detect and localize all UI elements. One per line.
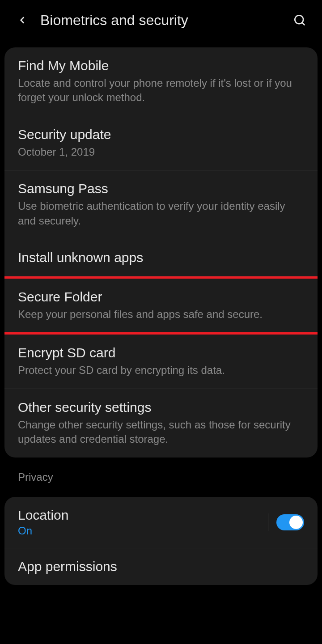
setting-app-permissions[interactable]: App permissions <box>4 548 318 585</box>
privacy-settings-card: Location On App permissions <box>4 497 318 585</box>
header: Biometrics and security <box>0 0 322 40</box>
setting-desc: Use biometric authentication to verify y… <box>18 199 304 228</box>
setting-location[interactable]: Location On <box>4 497 318 548</box>
divider <box>268 513 268 531</box>
setting-title: Secure Folder <box>18 289 304 305</box>
setting-title: Encrypt SD card <box>18 345 304 360</box>
setting-desc: Locate and control your phone remotely i… <box>18 76 304 105</box>
svg-point-0 <box>295 15 303 24</box>
setting-other-security[interactable]: Other security settings Change other sec… <box>4 389 318 458</box>
location-toggle[interactable] <box>276 514 304 530</box>
search-button[interactable] <box>291 11 309 29</box>
section-label-privacy: Privacy <box>0 458 322 490</box>
setting-title: Security update <box>18 127 304 142</box>
setting-secure-folder[interactable]: Secure Folder Keep your personal files a… <box>4 276 318 335</box>
setting-status: On <box>18 525 260 537</box>
setting-desc: Keep your personal files and apps safe a… <box>18 307 304 322</box>
setting-title: Install unknown apps <box>18 250 304 265</box>
setting-desc: Change other security settings, such as … <box>18 418 304 447</box>
chevron-left-icon <box>17 14 28 26</box>
toggle-content: Location On <box>18 508 260 537</box>
search-icon <box>293 13 306 27</box>
security-settings-card: Find My Mobile Locate and control your p… <box>4 47 318 458</box>
setting-title: Other security settings <box>18 400 304 415</box>
svg-line-1 <box>302 23 305 25</box>
setting-encrypt-sd-card[interactable]: Encrypt SD card Protect your SD card by … <box>4 335 318 389</box>
setting-desc: Protect your SD card by encrypting its d… <box>18 363 304 377</box>
toggle-knob <box>289 516 303 529</box>
setting-title: Samsung Pass <box>18 181 304 196</box>
setting-find-my-mobile[interactable]: Find My Mobile Locate and control your p… <box>4 47 318 116</box>
page-title: Biometrics and security <box>40 12 291 29</box>
setting-samsung-pass[interactable]: Samsung Pass Use biometric authenticatio… <box>4 170 318 239</box>
setting-title: App permissions <box>18 559 304 574</box>
setting-title: Find My Mobile <box>18 58 304 73</box>
setting-desc: October 1, 2019 <box>18 145 304 159</box>
setting-title: Location <box>18 508 260 523</box>
setting-security-update[interactable]: Security update October 1, 2019 <box>4 116 318 170</box>
back-button[interactable] <box>13 11 31 29</box>
setting-install-unknown-apps[interactable]: Install unknown apps <box>4 239 318 276</box>
